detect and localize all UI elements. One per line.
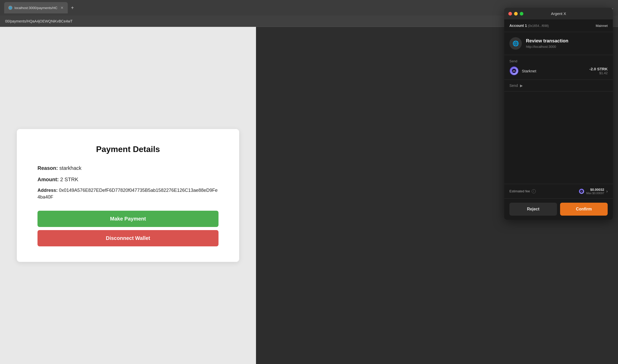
fee-info-icon[interactable]: i: [532, 189, 536, 193]
send-label: Send: [509, 59, 608, 63]
payment-details: Reason: starkhack Amount: 2 STRK Address…: [37, 164, 218, 200]
token-icon: [509, 66, 519, 75]
wallet-footer: Reject Confirm: [504, 198, 613, 220]
token-amount-display: -2.0 STRK $1.42: [589, 67, 608, 75]
close-traffic-light[interactable]: [508, 12, 512, 16]
fee-amount-display: $0.00032 Max $0.00097: [586, 188, 604, 195]
maximize-traffic-light[interactable]: [520, 12, 523, 16]
send-section: Send Starknet: [504, 55, 613, 80]
address-line: Address: 0x0149A576E827EDefF6D77820f0477…: [37, 187, 218, 200]
account-info: Account 1 (0x1654...f698): [509, 24, 549, 28]
amount-value: 2 STRK: [60, 177, 78, 182]
wallet-panel: Argent X Account 1 (0x1654...f698) Mainn…: [504, 8, 613, 220]
reason-line: Reason: starkhack: [37, 164, 218, 172]
review-section: 🌐 Review transaction http://localhost:30…: [504, 32, 613, 55]
estimated-fee-text: Estimated fee: [509, 189, 530, 193]
fee-label: Estimated fee i: [509, 189, 536, 193]
confirm-button[interactable]: Confirm: [560, 203, 608, 216]
fee-chevron-icon[interactable]: ›: [606, 189, 608, 194]
review-info: Review transaction http://localhost:3000: [526, 38, 568, 49]
new-tab-button[interactable]: +: [71, 5, 74, 11]
wallet-header: Account 1 (0x1654...f698) Mainnet: [504, 19, 613, 32]
fee-token-icon: [579, 189, 584, 194]
wallet-body: 🌐 Review transaction http://localhost:30…: [504, 32, 613, 184]
wallet-titlebar: Argent X: [504, 8, 613, 19]
account-address: (0x1654...f698): [528, 24, 549, 28]
token-name: Starknet: [522, 69, 536, 73]
tab-close-icon[interactable]: ✕: [61, 6, 64, 10]
payment-card: Payment Details Reason: starkhack Amount…: [17, 129, 239, 262]
make-payment-button[interactable]: Make Payment: [37, 211, 218, 227]
tab-favicon-icon: 🌐: [8, 6, 12, 10]
svg-point-0: [512, 69, 516, 73]
url-text: 00/payments/HQaA4jOEWQNiKvBCe4wT: [5, 19, 73, 23]
amount-line: Amount: 2 STRK: [37, 176, 218, 183]
usd-amount: $1.42: [589, 71, 608, 75]
fee-primary-amount: $0.00032: [586, 188, 604, 192]
tab-title: localhost:3000/payments/HC: [14, 6, 57, 10]
send-section-2[interactable]: Send ▶: [504, 80, 613, 92]
svg-point-1: [513, 71, 514, 72]
amount-label: Amount:: [37, 177, 59, 182]
svg-point-3: [580, 190, 583, 193]
send-token-row: Starknet -2.0 STRK $1.42: [509, 66, 608, 75]
network-badge: Mainnet: [596, 24, 608, 28]
wallet-title: Argent X: [551, 11, 566, 16]
token-info: Starknet: [509, 66, 536, 75]
fee-section: Estimated fee i $0.00032 Max $0.00097 ›: [504, 184, 613, 198]
disconnect-wallet-button[interactable]: Disconnect Wallet: [37, 230, 218, 246]
reject-button[interactable]: Reject: [509, 203, 557, 216]
review-title: Review transaction: [526, 38, 568, 44]
browser-content: Payment Details Reason: starkhack Amount…: [0, 27, 256, 364]
fee-amount-section[interactable]: $0.00032 Max $0.00097 ›: [579, 188, 608, 195]
account-name: Account 1: [509, 24, 527, 28]
browser-tab[interactable]: 🌐 localhost:3000/payments/HC ✕: [4, 2, 68, 13]
fee-max-amount: Max $0.00097: [586, 192, 604, 195]
address-label: Address:: [37, 188, 58, 193]
reason-label: Reason:: [37, 165, 58, 171]
svg-point-2: [515, 71, 515, 72]
send-arrow-icon: ▶: [520, 84, 523, 88]
payment-title: Payment Details: [37, 145, 218, 154]
starknet-logo-icon: [510, 67, 518, 75]
traffic-lights: [508, 12, 523, 16]
review-url: http://localhost:3000: [526, 45, 568, 49]
reason-value: starkhack: [59, 165, 81, 171]
strk-amount: -2.0 STRK: [589, 67, 608, 71]
send-label-2: Send: [509, 84, 518, 88]
minimize-traffic-light[interactable]: [514, 12, 518, 16]
address-value: 0x0149A576E827EDefF6D77820f047735B5ab158…: [37, 188, 218, 199]
review-icon: 🌐: [509, 37, 522, 50]
